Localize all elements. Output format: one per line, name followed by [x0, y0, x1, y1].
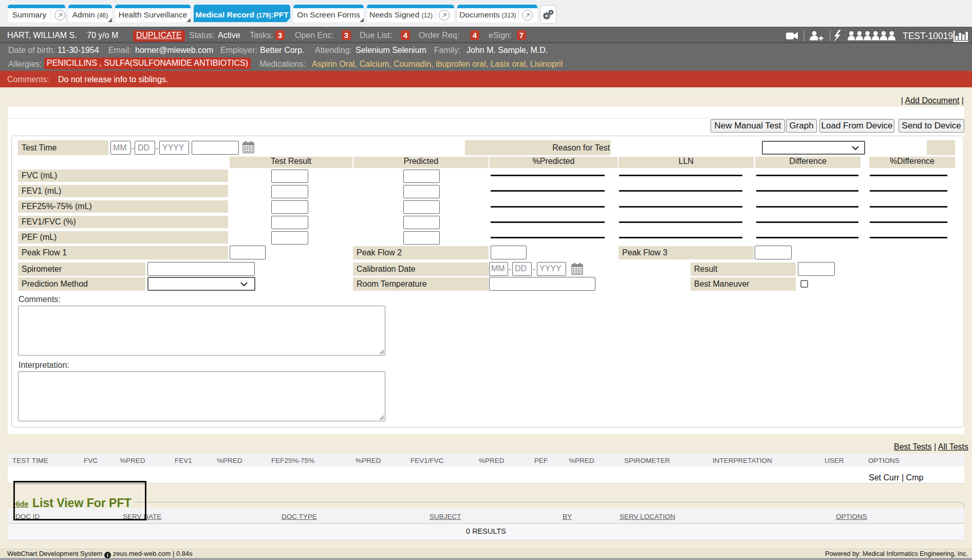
svg-text:TEST-10019: TEST-10019	[903, 31, 953, 41]
